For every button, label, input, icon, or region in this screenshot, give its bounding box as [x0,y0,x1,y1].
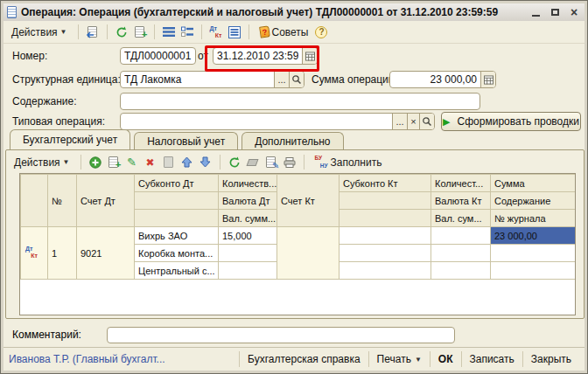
typical-select-button[interactable]: ... [392,114,407,129]
sum-field[interactable] [389,71,496,88]
close-button[interactable]: × [567,6,581,18]
cell-debit-account[interactable]: 9021 [77,227,135,280]
delete-row-icon[interactable]: ✖ [143,155,158,170]
toolbar-separator [107,24,108,39]
refresh-icon[interactable] [227,155,242,170]
number-input[interactable] [121,48,195,64]
end-edit-icon[interactable] [161,155,177,170]
number-field[interactable] [120,47,196,65]
dtkt-icon: ДтКт [24,246,38,259]
close-form-button[interactable]: Закрыть [522,351,579,367]
reread-icon[interactable] [85,24,101,39]
refresh-icon[interactable] [114,24,130,39]
tab-additional[interactable]: Дополнительно [242,132,343,149]
toolbar-separator [80,155,81,170]
tab-accounting[interactable]: Бухгалтерский учет [10,129,130,149]
cell-currency-sum-dt[interactable] [219,262,277,280]
unit-select-button[interactable]: ... [274,72,289,87]
header-qty-dt: Количеств... [219,175,277,192]
cell-credit-account[interactable] [277,227,340,280]
journal-list-icon[interactable] [227,24,242,39]
grid-actions-menu-button[interactable]: Действия ▼ [10,154,74,171]
calendar-button[interactable] [302,48,317,64]
typical-operation-input[interactable] [121,114,392,129]
tips-book-icon: ? [259,25,270,38]
content-input[interactable] [121,94,480,109]
postings-grid-area[interactable]: № Счет Дт Субконто Дт Количеств... Счет … [19,173,576,315]
date-field[interactable] [213,47,318,65]
unit-open-button[interactable] [289,72,304,87]
cell-currency-sum-kt[interactable] [431,262,491,280]
add-row-icon[interactable] [88,155,103,170]
print-grid-icon[interactable] [282,155,298,170]
unit-label: Структурная единица: [12,73,121,86]
cell-subconto-kt-3[interactable] [340,262,431,280]
ok-button[interactable]: ОК [430,351,461,367]
cell-sum-selected[interactable]: 23 000,00 [491,227,576,245]
list-settings-icon[interactable] [179,24,195,39]
operation-window: Операция: Операция (бухгалтерский и нало… [0,0,588,374]
calendar-icon [305,52,315,61]
chevron-down-icon: ▼ [60,28,67,36]
fill-button[interactable]: БУНУ Заполнить [311,153,387,171]
toolbar-separator [78,24,79,39]
typical-operation-field[interactable]: ... × [120,113,435,130]
cell-subconto-kt-1[interactable] [340,227,431,245]
cell-subconto-dt-3[interactable]: Центральный с... [135,262,219,280]
typical-open-button[interactable] [419,114,434,129]
minimize-button[interactable] [528,6,542,18]
tab-tax[interactable]: Налоговый учет [134,132,238,149]
maximize-button[interactable] [548,6,562,18]
accounting-reference-button[interactable]: Бухгалтерская справка [239,351,368,367]
list-structure-icon[interactable] [161,24,177,39]
typical-operation-label: Типовая операция: [12,115,105,128]
comment-label: Комментарий: [12,329,81,341]
toggle-activity-icon[interactable] [245,155,261,170]
postings-grid: № Счет Дт Субконто Дт Количеств... Счет … [20,174,576,280]
help-icon[interactable]: ? [315,26,327,38]
date-input[interactable] [214,48,302,64]
cell-row-number[interactable]: 1 [48,227,77,280]
row-dtkt-icon-cell[interactable]: ДтКт [21,227,48,280]
cell-content[interactable] [491,245,576,262]
title-bar: Операция: Операция (бухгалтерский и нало… [4,3,584,21]
comment-field[interactable] [107,327,455,343]
header-subconto-dt-2 [135,192,219,210]
posting-result-icon[interactable]: ✎ [263,155,279,170]
cell-subconto-kt-2[interactable] [340,245,431,262]
cell-journal-num[interactable] [491,262,576,280]
dtkt-postings-icon[interactable]: ДтКт [208,24,224,39]
edit-row-icon[interactable]: ✎ [124,155,140,170]
play-icon: ▶ [443,116,450,128]
sum-label: Сумма операции: [312,73,397,86]
unit-input[interactable] [121,72,274,87]
content-row: Содержание: [4,92,584,111]
cell-subconto-dt-1[interactable]: Вихрь ЗАО [135,227,219,245]
save-button[interactable]: Записать [461,351,522,367]
current-user-link[interactable]: Иванова Т.Р. (Главный бухгалт... [9,353,239,365]
unit-field[interactable]: ... [120,71,304,88]
cell-currency-dt[interactable] [219,245,277,262]
typical-clear-button[interactable]: × [407,114,419,129]
header-subconto-kt-2 [340,192,431,210]
comment-input[interactable] [108,328,454,343]
accounting-tab-panel: Действия ▼ + ✎ ✖ [5,149,584,319]
print-button[interactable]: Печать ▼ [368,351,430,367]
header-subconto-dt: Субконто Дт [135,175,219,192]
cell-qty-dt[interactable]: 15,000 [219,227,277,245]
copy-new-icon[interactable]: + [132,24,148,39]
content-field[interactable] [120,93,480,110]
cell-qty-kt[interactable] [431,227,491,245]
tips-button[interactable]: ? Советы [256,24,313,41]
actions-menu-button[interactable]: Действия ▼ [7,24,72,41]
cell-currency-kt[interactable] [431,245,491,262]
sum-input[interactable] [390,72,480,87]
cell-subconto-dt-2[interactable]: Коробка монта... [135,245,219,262]
minimize-icon [532,15,540,17]
document-icon [7,6,17,18]
copy-row-icon[interactable]: + [106,155,122,170]
move-up-icon[interactable] [179,155,195,170]
calculator-button[interactable] [480,72,495,87]
generate-postings-button[interactable]: ▶ Сформировать проводки [441,112,581,131]
move-down-icon[interactable] [198,155,214,170]
